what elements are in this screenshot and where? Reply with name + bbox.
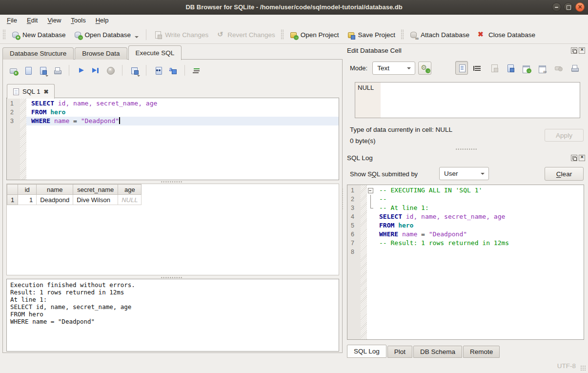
cell-editor-gutter: NULL <box>355 83 381 118</box>
close-database-icon <box>477 31 486 39</box>
code-text[interactable]: FROM hero <box>374 221 584 230</box>
column-header-age[interactable]: age <box>118 185 142 195</box>
cell-id[interactable]: 1 <box>18 195 37 205</box>
save-project-label: Save Project <box>358 31 396 39</box>
close-database-button[interactable]: Close Database <box>473 29 539 41</box>
code-text[interactable]: SELECT id, name, secret_name, age <box>374 212 584 221</box>
sql-editor[interactable]: 1SELECT id, name, secret_name, age2FROM … <box>6 98 339 180</box>
execute-current-line-button[interactable] <box>89 64 102 77</box>
cell-name[interactable]: Deadpond <box>37 195 73 205</box>
status-message-line: At line 1: <box>10 296 335 303</box>
text-mode-button[interactable] <box>455 61 468 75</box>
save-results-button[interactable] <box>128 64 141 77</box>
print-sql-button[interactable] <box>51 64 63 77</box>
close-button[interactable] <box>575 2 585 12</box>
execution-status-box[interactable]: Execution finished without errors.Result… <box>6 279 339 352</box>
open-project-button[interactable]: Open Project <box>285 29 343 41</box>
code-line-1: 1SELECT id, name, secret_name, age <box>7 99 339 108</box>
column-header-id[interactable]: id <box>18 185 37 195</box>
corner-header-cell[interactable] <box>7 185 18 195</box>
resize-grip[interactable] <box>580 365 587 372</box>
splitter-handle[interactable] <box>161 276 182 279</box>
open-database-icon <box>74 31 82 39</box>
token-kw: SELECT <box>379 213 402 220</box>
save-project-button[interactable]: Save Project <box>343 29 400 41</box>
dock-splitter-handle[interactable] <box>455 148 477 150</box>
export-data-button[interactable] <box>504 61 516 75</box>
code-text[interactable]: WHERE name = "Deadpond" <box>26 117 339 125</box>
open-sql-file-button[interactable] <box>21 64 34 77</box>
format-sql-button[interactable] <box>190 64 203 77</box>
copy-link-button <box>536 61 548 75</box>
open-in-external-button[interactable] <box>520 61 532 75</box>
menu-file[interactable]: File <box>2 16 22 25</box>
code-text[interactable]: SELECT id, name, secret_name, age <box>26 99 339 108</box>
new-sql-tab-icon <box>9 66 18 75</box>
tab-db-schema[interactable]: DB Schema <box>413 346 462 358</box>
main-tab-bar: Database StructureBrowse DataExecute SQL <box>2 45 182 60</box>
close-dock-icon[interactable] <box>579 47 585 54</box>
word-wrap-button[interactable] <box>471 61 484 75</box>
tab-execute-sql[interactable]: Execute SQL <box>128 45 182 60</box>
menu-edit[interactable]: Edit <box>22 16 42 25</box>
cell-editor[interactable]: NULL <box>355 82 580 118</box>
new-sql-tab-button[interactable] <box>7 64 20 77</box>
tab-sql-1[interactable]: SQL 1 <box>7 84 55 99</box>
clear-log-button[interactable]: Clear <box>545 167 584 181</box>
attach-database-button[interactable]: Attach Database <box>406 29 473 41</box>
column-header-secret-name[interactable]: secret_name <box>73 185 118 195</box>
float-dock-icon[interactable] <box>571 155 577 161</box>
execute-all-button[interactable] <box>75 64 87 77</box>
print-cell-button[interactable] <box>568 61 581 75</box>
code-text[interactable]: -- At line 1: <box>374 204 584 212</box>
close-tab-icon[interactable] <box>43 88 48 95</box>
sql-log-view[interactable]: 1-- EXECUTING ALL IN 'SQL 1'2--3-- At li… <box>347 185 584 340</box>
tab-sql-log[interactable]: SQL Log <box>347 345 386 358</box>
menu-tools[interactable]: Tools <box>66 16 90 25</box>
code-text[interactable]: -- EXECUTING ALL IN 'SQL 1' <box>374 186 584 195</box>
mode-select[interactable]: Text <box>372 62 415 75</box>
apply-button[interactable]: Apply <box>545 129 584 142</box>
tab-plot[interactable]: Plot <box>387 346 412 358</box>
code-text[interactable]: WHERE name = "Deadpond" <box>374 230 584 239</box>
status-message-line: SELECT id, name, secret_name, age <box>10 303 335 311</box>
minimize-button[interactable] <box>552 2 561 12</box>
fold-marker-minus-icon[interactable] <box>367 186 374 195</box>
splitter-handle[interactable] <box>161 181 182 183</box>
close-dock-icon[interactable] <box>579 155 585 161</box>
code-line-3: 3-- At line 1: <box>347 204 584 212</box>
open-database-button[interactable]: Open Database <box>70 29 143 41</box>
code-text[interactable]: -- <box>374 195 584 204</box>
log-filter-select[interactable]: User <box>439 167 489 180</box>
encoding-indicator[interactable]: UTF-8 <box>557 362 576 370</box>
tab-remote[interactable]: Remote <box>463 346 500 358</box>
auto-mode-button[interactable] <box>418 62 431 75</box>
cell-age[interactable]: NULL <box>118 195 142 205</box>
float-dock-icon[interactable] <box>571 47 577 54</box>
fold-column <box>367 248 374 256</box>
chevron-down-icon[interactable] <box>137 75 140 77</box>
new-database-button[interactable]: New Database <box>7 29 70 41</box>
code-text[interactable] <box>374 248 584 256</box>
column-header-name[interactable]: name <box>37 185 73 195</box>
maximize-button[interactable] <box>564 2 573 12</box>
save-sql-file-button[interactable] <box>36 64 49 77</box>
code-text[interactable]: -- Result: 1 rows returned in 12ms <box>374 239 584 248</box>
auto-complete-button[interactable] <box>166 64 179 77</box>
row-number[interactable]: 1 <box>7 195 18 205</box>
set-null-button <box>552 61 565 75</box>
title-bar[interactable]: DB Browser for SQLite - /home/user/code/… <box>0 0 588 15</box>
tab-database-structure[interactable]: Database Structure <box>2 47 74 60</box>
cell-secret-name[interactable]: Dive Wilson <box>73 195 118 205</box>
fold-column <box>367 221 374 230</box>
menu-view[interactable]: View <box>42 16 66 25</box>
gear-arrow-icon <box>421 64 429 72</box>
menu-help[interactable]: Help <box>91 16 114 25</box>
code-text[interactable]: FROM hero <box>26 108 339 117</box>
sql-log-dock-titlebar: SQL Log <box>347 153 585 162</box>
chevron-down-icon[interactable] <box>45 75 48 77</box>
chevron-down-icon[interactable] <box>135 36 139 38</box>
find-in-sql-button[interactable] <box>152 64 164 77</box>
fold-margin <box>361 230 367 239</box>
tab-browse-data[interactable]: Browse Data <box>75 47 127 60</box>
